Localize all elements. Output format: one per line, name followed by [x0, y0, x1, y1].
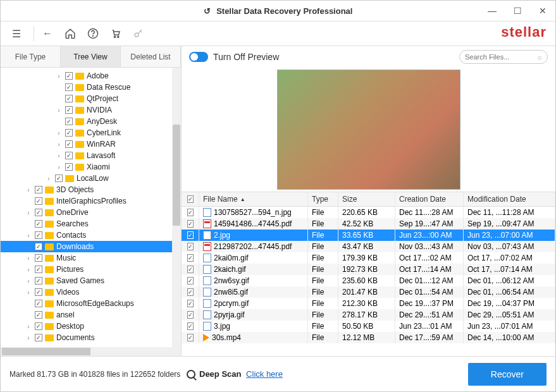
tab-deleted-list[interactable]: Deleted List — [121, 46, 181, 67]
tree-item[interactable]: ›✓Xiaomi — [1, 161, 181, 173]
row-checkbox[interactable]: ✓ — [187, 334, 194, 341]
table-row[interactable]: ✓3.jpgFile50.50 KBJun 23...:01 AMJun 23,… — [182, 321, 555, 332]
tree-scrollbar[interactable] — [172, 68, 181, 347]
table-row[interactable]: ✓2pyrja.gifFile278.17 KBDec 29...:51 AMD… — [182, 309, 555, 321]
chevron-icon[interactable]: › — [25, 266, 32, 273]
tab-tree-view[interactable]: Tree View — [61, 46, 121, 67]
select-all-checkbox[interactable]: ✓ — [187, 195, 194, 203]
chevron-icon[interactable]: › — [55, 152, 63, 159]
tree-checkbox[interactable]: ✓ — [35, 277, 42, 285]
tree-item[interactable]: ✓IntelGraphicsProfiles — [1, 195, 181, 207]
tree-checkbox[interactable]: ✓ — [55, 175, 63, 182]
tree-item[interactable]: ✓Data Rescue — [1, 82, 181, 93]
search-box[interactable]: ⌕ — [459, 50, 548, 64]
col-size[interactable]: Size — [338, 192, 395, 206]
home-button[interactable] — [61, 24, 80, 43]
tree-item[interactable]: ✓MicrosoftEdgeBackups — [1, 298, 181, 309]
table-row[interactable]: ✓212987202...47445.pdfFile43.47 KBNov 03… — [182, 241, 555, 252]
tree-checkbox[interactable]: ✓ — [35, 311, 42, 319]
tree-checkbox[interactable]: ✓ — [65, 152, 73, 159]
tab-file-type[interactable]: File Type — [1, 46, 61, 67]
tree-item[interactable]: ›✓WinRAR — [1, 138, 181, 150]
tree-item[interactable]: ›✓OneDrive — [1, 207, 181, 218]
tree-item[interactable]: ›✓Lavasoft — [1, 150, 181, 161]
recover-button[interactable]: Recover — [468, 363, 547, 386]
tree-checkbox[interactable]: ✓ — [35, 243, 42, 250]
back-button[interactable]: ← — [38, 24, 57, 43]
close-button[interactable]: ✕ — [530, 1, 555, 21]
tree-item[interactable]: ›✓Downloads — [1, 241, 181, 252]
tree-checkbox[interactable]: ✓ — [65, 118, 73, 125]
table-row[interactable]: ✓145941486...47445.pdfFile42.52 KBSep 19… — [182, 218, 555, 230]
tree-item[interactable]: ›✓Adobe — [1, 70, 181, 82]
chevron-icon[interactable]: › — [25, 243, 32, 250]
tree-checkbox[interactable]: ✓ — [65, 163, 73, 171]
table-row[interactable]: ✓2nw8i5.gifFile201.47 KBDec 01...:54 AMD… — [182, 286, 555, 298]
tree-hscrollbar[interactable] — [1, 347, 181, 356]
tree-item[interactable]: ›✓3D Objects — [1, 184, 181, 195]
chevron-icon[interactable]: › — [55, 107, 63, 114]
tree-checkbox[interactable]: ✓ — [35, 197, 42, 205]
tree-checkbox[interactable]: ✓ — [35, 186, 42, 193]
folder-tree[interactable]: ›✓Adobe✓Data Rescue✓QtProject›✓NVIDIA✓An… — [1, 68, 181, 347]
help-button[interactable] — [83, 24, 102, 43]
col-modification-date[interactable]: Modification Date — [464, 192, 555, 206]
table-row[interactable]: ✓2nw6sy.gifFile235.60 KBDec 01...:12 AMD… — [182, 275, 555, 286]
minimize-button[interactable]: — — [479, 1, 505, 21]
tree-checkbox[interactable]: ✓ — [65, 72, 73, 80]
table-row[interactable]: ✓130758527...594_n.jpgFile220.65 KBDec 1… — [182, 207, 555, 218]
tree-item[interactable]: ✓ansel — [1, 309, 181, 321]
tree-checkbox[interactable]: ✓ — [65, 106, 73, 114]
tree-checkbox[interactable]: ✓ — [35, 220, 42, 228]
table-row[interactable]: ✓2.jpgFile33.65 KBJun 23...:00 AMJun 23,… — [182, 230, 555, 241]
maximize-button[interactable]: ☐ — [505, 1, 530, 21]
col-filename[interactable]: File Name▲ — [199, 192, 308, 206]
chevron-icon[interactable]: › — [55, 130, 63, 137]
cart-button[interactable] — [106, 24, 125, 43]
tree-item[interactable]: ›✓CyberLink — [1, 127, 181, 138]
menu-icon[interactable]: ☰ — [7, 24, 26, 43]
chevron-icon[interactable]: › — [25, 232, 32, 239]
row-checkbox[interactable]: ✓ — [187, 209, 194, 216]
chevron-icon[interactable]: › — [55, 164, 63, 171]
row-checkbox[interactable]: ✓ — [187, 288, 194, 296]
tree-item[interactable]: ›✓Documents — [1, 332, 181, 343]
tree-item[interactable]: ✓QtProject — [1, 93, 181, 104]
tree-item[interactable]: ›✓Contacts — [1, 230, 181, 241]
tree-checkbox[interactable]: ✓ — [35, 334, 42, 341]
tree-item[interactable]: ›✓Desktop — [1, 321, 181, 332]
preview-toggle[interactable] — [189, 52, 208, 62]
chevron-icon[interactable]: › — [25, 278, 32, 285]
tree-checkbox[interactable]: ✓ — [35, 254, 42, 262]
key-button[interactable] — [129, 24, 148, 43]
tree-item[interactable]: ›✓LocalLow — [1, 173, 181, 184]
chevron-icon[interactable]: › — [25, 289, 32, 296]
tree-item[interactable]: ›✓Music — [1, 252, 181, 264]
chevron-icon[interactable]: › — [55, 141, 63, 148]
tree-item[interactable]: ✓Searches — [1, 218, 181, 230]
chevron-icon[interactable]: › — [55, 73, 63, 80]
table-row[interactable]: ✓2kaich.gifFile192.73 KBOct 17...:14 AMO… — [182, 264, 555, 275]
row-checkbox[interactable]: ✓ — [187, 322, 194, 330]
table-row[interactable]: ✓30s.mp4File12.12 MBDec 17...:59 AMDec 1… — [182, 332, 555, 343]
deep-scan-link[interactable]: Click here — [246, 369, 283, 379]
col-type[interactable]: Type — [308, 192, 338, 206]
row-checkbox[interactable]: ✓ — [187, 220, 194, 228]
chevron-icon[interactable]: › — [45, 175, 53, 182]
table-row[interactable]: ✓2pcrym.gifFile212.30 KBDec 19...:37 PMD… — [182, 298, 555, 309]
tree-item[interactable]: ›✓Pictures — [1, 264, 181, 275]
tree-checkbox[interactable]: ✓ — [65, 83, 73, 91]
chevron-icon[interactable]: › — [25, 187, 32, 193]
tree-item[interactable]: ✓AnyDesk — [1, 116, 181, 127]
tree-item[interactable]: ›✓Videos — [1, 286, 181, 298]
col-creation-date[interactable]: Creation Date — [395, 192, 464, 206]
row-checkbox[interactable]: ✓ — [187, 231, 194, 239]
tree-checkbox[interactable]: ✓ — [65, 95, 73, 102]
tree-item[interactable]: ›✓NVIDIA — [1, 104, 181, 116]
tree-checkbox[interactable]: ✓ — [35, 209, 42, 216]
tree-checkbox[interactable]: ✓ — [35, 322, 42, 330]
table-row[interactable]: ✓2kai0m.gifFile179.39 KBOct 17...:02 AMO… — [182, 252, 555, 264]
row-checkbox[interactable]: ✓ — [187, 311, 194, 319]
chevron-icon[interactable]: › — [25, 255, 32, 262]
chevron-icon[interactable]: › — [25, 209, 32, 216]
